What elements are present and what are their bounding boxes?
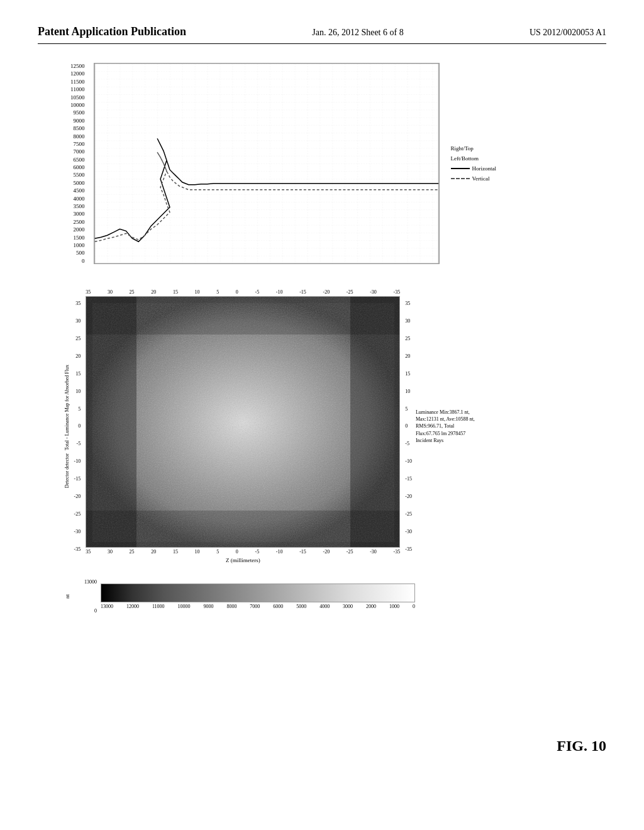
vertical-line-icon	[451, 178, 470, 179]
colorbar-wrapper: 13000 12000 11000 10000 9000 8000 7000 6…	[101, 584, 415, 609]
heatmap-canvas	[86, 296, 400, 548]
top-graph-section: 12500 12000 11500 11000 10500 10000 9500…	[70, 63, 574, 264]
horizontal-line-icon	[451, 168, 470, 169]
heatmap-texture-svg	[86, 297, 399, 547]
heatmap-title-label: Total - Luminance Map for Absorbed Flux	[64, 365, 70, 450]
main-content: 12500 12000 11500 11000 10500 10000 9500…	[38, 63, 606, 614]
figure-label: FIG. 10	[557, 738, 606, 755]
heatmap-subtitle-label: Detector detector	[64, 453, 70, 488]
colorbar-unit: nt	[64, 594, 70, 599]
header-patent: US 2012/0020053 A1	[530, 28, 606, 38]
heatmap-center: 35 30 25 20 15 10 5 0 -5 -10 -15 -20 -25…	[86, 289, 400, 563]
legend-horizontal: Horizontal	[451, 165, 497, 172]
header-date: Jan. 26, 2012 Sheet 6 of 8	[312, 28, 403, 38]
legend-left-bottom: Left/Bottom	[451, 155, 497, 162]
heatmap-left-labels: Total - Luminance Map for Absorbed Flux …	[64, 365, 70, 488]
heatmap-top-axis: 35 30 25 20 15 10 5 0 -5 -10 -15 -20 -25…	[86, 289, 400, 295]
top-graph-svg	[94, 63, 440, 264]
legend-vertical: Vertical	[451, 175, 497, 182]
colorbar-section: nt 13000 0 13000 12000 11000 10000 9000 …	[64, 579, 580, 614]
top-graph-yaxis: 12500 12000 11500 11000 10500 10000 9500…	[70, 63, 87, 264]
top-graph-legend: Right/Top Left/Bottom Horizontal Vertica…	[446, 145, 497, 182]
colorbar-gradient	[101, 584, 415, 602]
colorbar-axis: 13000 12000 11000 10000 9000 8000 7000 6…	[101, 604, 415, 609]
colorbar-left-axis: 13000 0	[75, 579, 98, 614]
heatmap-right-axis: 35 30 25 20 15 10 5 0 -5 -10 -15 -20 -25…	[404, 301, 412, 552]
header-title: Patent Application Publication	[38, 25, 186, 38]
heatmap-section: Total - Luminance Map for Absorbed Flux …	[64, 289, 580, 563]
heatmap-bottom-axis: 35 30 25 20 15 10 5 0 -5 -10 -15 -20 -25…	[86, 549, 400, 555]
heatmap-info: Luminance Min:3867.1 nt, Max:12131 nt, A…	[416, 409, 479, 444]
header: Patent Application Publication Jan. 26, …	[38, 25, 606, 44]
heatmap-xlabel: Z (millimeters)	[226, 557, 260, 563]
svg-rect-9	[92, 303, 394, 542]
legend-right-top: Right/Top	[451, 145, 497, 152]
page: Patent Application Publication Jan. 26, …	[0, 0, 644, 830]
heatmap-left-axis: 35 30 25 20 15 10 5 0 -5 -10 -15 -20 -25…	[74, 301, 82, 552]
